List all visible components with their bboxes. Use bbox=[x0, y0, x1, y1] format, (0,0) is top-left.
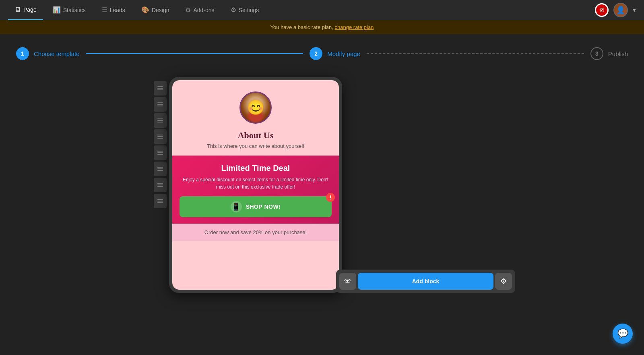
settings-icon: ⚙ bbox=[231, 6, 236, 14]
preview-toggle-button[interactable]: 👁 bbox=[339, 273, 356, 290]
handle-item-1[interactable] bbox=[154, 81, 167, 95]
whatsapp-icon: 📱 bbox=[231, 201, 242, 212]
handle-item-8[interactable] bbox=[154, 194, 167, 208]
nav-item-page[interactable]: 🖥 Page bbox=[8, 0, 43, 20]
nav-label-design: Design bbox=[152, 7, 169, 13]
leads-icon: ☰ bbox=[102, 6, 107, 14]
step-1-circle: 1 bbox=[16, 47, 29, 60]
error-badge: ! bbox=[326, 193, 335, 202]
step-1: 1 Choose template bbox=[16, 47, 79, 60]
drag-handle-3 bbox=[157, 118, 163, 122]
deal-title: Limited Time Deal bbox=[180, 164, 332, 173]
nav-label-addons: Add-ons bbox=[193, 7, 214, 13]
step-2: 2 Modify page bbox=[310, 47, 360, 60]
drag-handle-8 bbox=[157, 199, 163, 203]
add-block-button[interactable]: Add block bbox=[358, 273, 493, 290]
chat-icon: 💬 bbox=[617, 328, 628, 339]
order-strip: Order now and save 20% on your purchase! bbox=[172, 224, 339, 241]
handle-item-6[interactable] bbox=[154, 162, 167, 176]
nav-right-section: ⊘ 👤 ▾ bbox=[595, 3, 636, 17]
nav-item-design[interactable]: 🎨 Design bbox=[135, 0, 176, 20]
nav-item-statistics[interactable]: 📊 Statistics bbox=[46, 0, 92, 20]
nav-label-page: Page bbox=[23, 6, 37, 13]
phone-frame: About Us This is where you can write abo… bbox=[169, 77, 342, 293]
about-title: About Us bbox=[238, 130, 274, 141]
statistics-icon: 📊 bbox=[53, 6, 61, 14]
phone-preview: About Us This is where you can write abo… bbox=[169, 77, 342, 293]
sidebar-handles bbox=[154, 81, 167, 208]
nav-items-list: 🖥 Page 📊 Statistics ☰ Leads 🎨 Design ⚙ A… bbox=[8, 0, 595, 20]
deal-block: Limited Time Deal Enjoy a special discou… bbox=[172, 156, 339, 224]
drag-handle-2 bbox=[157, 102, 163, 106]
user-avatar[interactable]: 👤 bbox=[613, 3, 628, 17]
top-navigation: 🖥 Page 📊 Statistics ☰ Leads 🎨 Design ⚙ A… bbox=[0, 0, 644, 20]
step-1-label[interactable]: Choose template bbox=[34, 50, 79, 57]
block-toolbar: 👁 Add block ⚙ bbox=[336, 270, 515, 293]
block-settings-button[interactable]: ⚙ bbox=[495, 273, 512, 290]
drag-handle-6 bbox=[157, 167, 163, 171]
step-2-label[interactable]: Modify page bbox=[327, 50, 360, 57]
nav-label-settings: Settings bbox=[239, 7, 259, 13]
avatar-image bbox=[241, 93, 270, 122]
deal-text: Enjoy a special discount on select items… bbox=[180, 176, 332, 191]
about-section: About Us This is where you can write abo… bbox=[172, 80, 339, 156]
step-3-circle: 3 bbox=[590, 47, 603, 60]
handle-item-4[interactable] bbox=[154, 129, 167, 144]
rate-plan-banner: You have a basic rate plan, change rate … bbox=[0, 20, 644, 34]
banner-text: You have a basic rate plan, bbox=[270, 24, 335, 30]
chat-support-button[interactable]: 💬 bbox=[613, 324, 633, 344]
nav-item-settings[interactable]: ⚙ Settings bbox=[224, 0, 266, 20]
shop-btn-label: SHOP NOW! bbox=[246, 203, 281, 210]
step-3: 3 Publish bbox=[590, 47, 628, 60]
sliders-icon: ⚙ bbox=[500, 277, 507, 286]
profile-avatar bbox=[239, 91, 272, 124]
phone-inner: About Us This is where you can write abo… bbox=[172, 80, 339, 290]
page-icon: 🖥 bbox=[14, 6, 21, 13]
avatar-dropdown-icon[interactable]: ▾ bbox=[633, 6, 636, 14]
drag-handle-4 bbox=[157, 135, 163, 139]
nav-label-leads: Leads bbox=[110, 7, 125, 13]
drag-handle-1 bbox=[157, 86, 163, 90]
about-subtitle: This is where you can write about yourse… bbox=[207, 143, 304, 149]
eye-icon: 👁 bbox=[344, 277, 351, 286]
handle-item-3[interactable] bbox=[154, 113, 167, 128]
step-2-circle: 2 bbox=[310, 47, 322, 60]
change-rate-plan-link[interactable]: change rate plan bbox=[335, 24, 374, 30]
design-icon: 🎨 bbox=[141, 6, 149, 14]
drag-handle-7 bbox=[157, 183, 163, 187]
help-icon[interactable]: ⊘ bbox=[595, 3, 609, 17]
shop-now-button[interactable]: 📱 SHOP NOW! bbox=[180, 196, 332, 217]
drag-handle-5 bbox=[157, 151, 163, 155]
handle-item-2[interactable] bbox=[154, 97, 167, 112]
handle-item-7[interactable] bbox=[154, 178, 167, 192]
nav-item-leads[interactable]: ☰ Leads bbox=[95, 0, 132, 20]
addons-icon: ⚙ bbox=[185, 6, 191, 14]
step-line-2 bbox=[367, 53, 584, 54]
main-content-area: About Us This is where you can write abo… bbox=[0, 73, 644, 355]
handle-item-5[interactable] bbox=[154, 145, 167, 160]
step-3-label[interactable]: Publish bbox=[608, 50, 628, 57]
nav-label-statistics: Statistics bbox=[63, 7, 86, 13]
nav-item-addons[interactable]: ⚙ Add-ons bbox=[179, 0, 221, 20]
step-line-1 bbox=[86, 53, 303, 54]
order-strip-text: Order now and save 20% on your purchase! bbox=[180, 229, 331, 235]
stepper-section: 1 Choose template 2 Modify page 3 Publis… bbox=[0, 34, 644, 73]
